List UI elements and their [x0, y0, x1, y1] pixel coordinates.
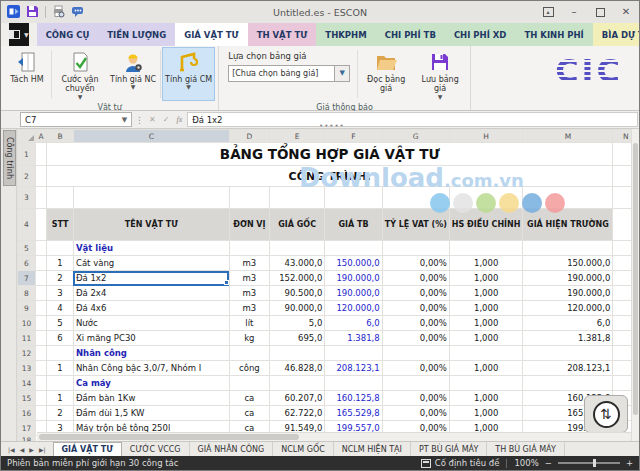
cell-H6[interactable]: 1,000 — [449, 256, 523, 271]
cell-A8[interactable] — [35, 286, 46, 301]
cell-G9[interactable]: 0,00% — [382, 301, 449, 316]
cell-C4[interactable]: TÊN VẬT TƯ — [73, 209, 229, 241]
cell-H3[interactable] — [449, 187, 523, 209]
vertical-scrollbar[interactable] — [631, 129, 639, 441]
cell-A3[interactable] — [35, 187, 46, 209]
prev-sheet-icon[interactable]: ◀ — [20, 446, 25, 453]
cell-E9[interactable]: 90.000,0 — [269, 301, 324, 316]
cell-A1[interactable] — [35, 143, 46, 166]
cell-D10[interactable]: lít — [229, 316, 269, 331]
cell-D8[interactable]: m3 — [229, 286, 269, 301]
cell-D14[interactable] — [229, 376, 269, 391]
ribbon-tab-th-vat-tu[interactable]: TH VẬT TƯ — [248, 23, 317, 46]
ribbon-tab-tien-luong[interactable]: TIỀN LƯỢNG — [98, 23, 175, 46]
cell-G13[interactable]: 0,00% — [382, 361, 449, 376]
row-header-12[interactable]: 12 — [18, 346, 36, 361]
cell-F9[interactable]: 120.000,0 — [325, 301, 382, 316]
cell-D4[interactable]: ĐƠN VỊ — [229, 209, 269, 241]
cell-F8[interactable]: 190.000,0 — [325, 286, 382, 301]
cell-D12[interactable] — [229, 346, 269, 361]
cell-B2-subtitle[interactable]: CÔNG TRÌNH: — [47, 166, 613, 187]
horizontal-scrollbar-thumb[interactable] — [39, 434, 299, 440]
row-header-18[interactable]: 18 — [18, 436, 36, 442]
row-header-6[interactable]: 6 — [18, 256, 36, 271]
cell-B4[interactable]: STT — [47, 209, 74, 241]
app-icon[interactable] — [7, 3, 20, 22]
chevron-down-icon[interactable]: ▼ — [118, 116, 131, 124]
sheet-tab-nclm-goc[interactable]: NCLM GỐC — [273, 442, 334, 456]
cell-H12[interactable] — [449, 346, 523, 361]
cell-M4[interactable]: GIÁ HIỆN TRƯỜNG — [523, 209, 613, 241]
formula-input[interactable]: Đá 1x2 — [187, 112, 638, 127]
cell-E12[interactable] — [269, 346, 324, 361]
cell-C6[interactable]: Cát vàng — [73, 256, 229, 271]
cell-B3[interactable] — [47, 187, 74, 209]
zoom-out-button[interactable]: − — [545, 458, 552, 468]
tinh-gia-nc-button[interactable]: Tính giá NC▼ — [107, 47, 159, 101]
cell-C15[interactable]: Đầm bàn 1Kw — [73, 391, 229, 406]
select-all-corner[interactable] — [18, 130, 36, 143]
ribbon-tab-th-kinh-phi[interactable]: TH KINH PHÍ — [515, 23, 592, 46]
cell-F14[interactable] — [325, 376, 382, 391]
sheet-tab-gia-nhan-cong[interactable]: GIÁ NHÂN CÔNG — [190, 442, 274, 456]
cell-C12[interactable]: Nhân công — [73, 346, 229, 361]
row-header-9[interactable]: 9 — [18, 301, 36, 316]
cell-A5[interactable] — [35, 241, 46, 256]
cell-B10[interactable]: 5 — [47, 316, 74, 331]
cell-F12[interactable] — [325, 346, 382, 361]
cell-G15[interactable]: 0,00% — [382, 391, 449, 406]
cell-M3[interactable] — [523, 187, 613, 209]
cell-G6[interactable]: 0,00% — [382, 256, 449, 271]
cell-A12[interactable] — [35, 346, 46, 361]
cell-B8[interactable]: 3 — [47, 286, 74, 301]
cell-F15[interactable]: 160.125,8 — [325, 391, 382, 406]
cell-H9[interactable]: 1,000 — [449, 301, 523, 316]
cell-A11[interactable] — [35, 331, 46, 346]
cell-C9[interactable]: Đá 4x6 — [73, 301, 229, 316]
cell-A9[interactable] — [35, 301, 46, 316]
last-sheet-icon[interactable]: ▶| — [39, 446, 46, 453]
col-header-C[interactable]: C — [73, 130, 229, 143]
cell-H11[interactable]: 1,000 — [449, 331, 523, 346]
tach-hm-button[interactable]: Tách HM — [4, 47, 50, 101]
close-button[interactable]: ✕ — [613, 1, 639, 23]
cell-E15[interactable]: 60.207,0 — [269, 391, 324, 406]
cell-C8[interactable]: Đá 2x4 — [73, 286, 229, 301]
col-header-F[interactable]: F — [325, 130, 382, 143]
cell-H15[interactable]: 1,000 — [449, 391, 523, 406]
cell-E5[interactable] — [269, 241, 324, 256]
cell-F13[interactable]: 208.123,1 — [325, 361, 382, 376]
cell-B14[interactable] — [47, 376, 74, 391]
freeze-header-icon[interactable] — [421, 459, 431, 468]
freeze-header-label[interactable]: Cố định tiêu đề — [435, 458, 500, 468]
cell-C5[interactable]: Vật liệu — [73, 241, 229, 256]
row-header-4[interactable]: 4 — [18, 209, 36, 241]
cell-E3[interactable] — [269, 187, 324, 209]
cell-A16[interactable] — [35, 406, 46, 421]
cell-B5[interactable] — [47, 241, 74, 256]
cell-G12[interactable] — [382, 346, 449, 361]
ribbon-tab-bia-du-toan[interactable]: BÌA DỰ TOÁN — [593, 23, 640, 46]
cell-F3[interactable] — [325, 187, 382, 209]
cell-F10[interactable]: 6,0 — [325, 316, 382, 331]
cell-M12[interactable] — [523, 346, 613, 361]
cell-M6[interactable]: 150.000,0 — [523, 256, 613, 271]
ribbon-tab-thkphm[interactable]: THKPHM — [316, 23, 375, 46]
cell-F4[interactable]: GIÁ TB — [325, 209, 382, 241]
row-header-2[interactable]: 2 — [18, 166, 36, 187]
cell-A15[interactable] — [35, 391, 46, 406]
sheet-tab-nclm-hien-tai[interactable]: NCLM HIỆN TẠI — [334, 442, 411, 456]
row-header-14[interactable]: 14 — [18, 376, 36, 391]
cell-A10[interactable] — [35, 316, 46, 331]
cell-D13[interactable]: công — [229, 361, 269, 376]
formula-bar-grip[interactable]: ⋮ — [135, 115, 144, 125]
maximize-button[interactable] — [587, 1, 613, 23]
cell-G16[interactable]: 0,00% — [382, 406, 449, 421]
row-header-15[interactable]: 15 — [18, 391, 36, 406]
row-header-17[interactable]: 17 — [18, 421, 36, 436]
col-header-B[interactable]: B — [47, 130, 74, 143]
scroll-toggle-button[interactable]: ⇅ — [584, 395, 628, 433]
cell-D5[interactable] — [229, 241, 269, 256]
zoom-in-button[interactable]: + — [626, 458, 633, 468]
luu-bang-gia-button[interactable]: Lưu bảng giá▼ — [413, 47, 467, 101]
